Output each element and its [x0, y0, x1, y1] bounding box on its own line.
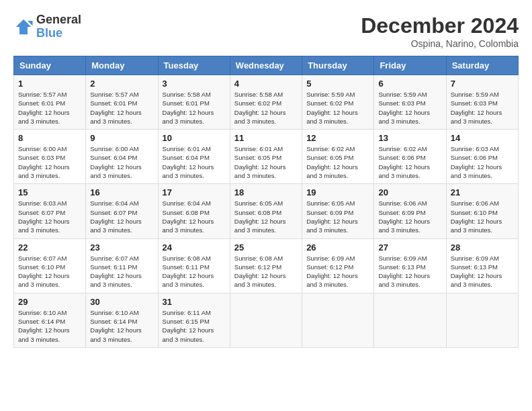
- main-title: December 2024: [361, 13, 519, 38]
- calendar-header: SundayMondayTuesdayWednesdayThursdayFrid…: [14, 56, 519, 75]
- day-cell: 1Sunrise: 5:57 AMSunset: 6:01 PMDaylight…: [14, 75, 86, 130]
- day-number: 16: [90, 187, 153, 197]
- header-cell-saturday: Saturday: [446, 56, 518, 75]
- day-info: Sunrise: 6:10 AMSunset: 6:14 PMDaylight:…: [90, 308, 153, 344]
- day-number: 12: [306, 133, 369, 143]
- day-info: Sunrise: 6:09 AMSunset: 6:13 PMDaylight:…: [451, 254, 514, 289]
- day-cell: 4Sunrise: 5:58 AMSunset: 6:02 PMDaylight…: [230, 75, 302, 130]
- day-info: Sunrise: 5:57 AMSunset: 6:01 PMDaylight:…: [90, 90, 153, 126]
- day-info: Sunrise: 6:07 AMSunset: 6:11 PMDaylight:…: [90, 254, 153, 289]
- day-cell: 3Sunrise: 5:58 AMSunset: 6:01 PMDaylight…: [158, 75, 230, 130]
- day-number: 14: [451, 133, 514, 143]
- day-number: 21: [451, 187, 514, 197]
- day-info: Sunrise: 6:09 AMSunset: 6:12 PMDaylight:…: [306, 254, 369, 289]
- day-cell: 19Sunrise: 6:05 AMSunset: 6:09 PMDayligh…: [302, 184, 374, 238]
- day-number: 29: [18, 297, 81, 307]
- header: General Blue December 2024 Ospina, Narin…: [13, 13, 519, 49]
- header-row: SundayMondayTuesdayWednesdayThursdayFrid…: [14, 56, 519, 75]
- day-number: 18: [234, 187, 298, 197]
- calendar-table: SundayMondayTuesdayWednesdayThursdayFrid…: [13, 56, 519, 348]
- day-cell: 31Sunrise: 6:11 AMSunset: 6:15 PMDayligh…: [158, 293, 230, 347]
- logo-icon: [13, 17, 34, 37]
- day-info: Sunrise: 6:06 AMSunset: 6:10 PMDaylight:…: [451, 199, 514, 234]
- day-info: Sunrise: 6:09 AMSunset: 6:13 PMDaylight:…: [378, 254, 441, 289]
- header-cell-monday: Monday: [86, 56, 158, 75]
- week-row-4: 22Sunrise: 6:07 AMSunset: 6:10 PMDayligh…: [14, 238, 519, 293]
- day-cell: 17Sunrise: 6:04 AMSunset: 6:08 PMDayligh…: [158, 184, 230, 238]
- week-row-1: 1Sunrise: 5:57 AMSunset: 6:01 PMDaylight…: [14, 75, 519, 130]
- day-info: Sunrise: 6:05 AMSunset: 6:08 PMDaylight:…: [234, 199, 298, 234]
- day-cell: 24Sunrise: 6:08 AMSunset: 6:11 PMDayligh…: [158, 238, 230, 293]
- day-cell: 22Sunrise: 6:07 AMSunset: 6:10 PMDayligh…: [14, 238, 86, 293]
- day-info: Sunrise: 6:05 AMSunset: 6:09 PMDaylight:…: [306, 199, 369, 234]
- calendar-body: 1Sunrise: 5:57 AMSunset: 6:01 PMDaylight…: [14, 75, 519, 348]
- day-number: 3: [163, 79, 226, 89]
- day-info: Sunrise: 6:04 AMSunset: 6:08 PMDaylight:…: [163, 199, 226, 234]
- day-number: 9: [90, 133, 153, 143]
- day-number: 20: [378, 187, 441, 197]
- day-info: Sunrise: 6:00 AMSunset: 6:04 PMDaylight:…: [90, 144, 153, 180]
- day-info: Sunrise: 6:10 AMSunset: 6:14 PMDaylight:…: [18, 308, 81, 344]
- day-info: Sunrise: 6:04 AMSunset: 6:07 PMDaylight:…: [90, 199, 153, 234]
- day-info: Sunrise: 6:02 AMSunset: 6:06 PMDaylight:…: [378, 144, 441, 180]
- day-cell: 20Sunrise: 6:06 AMSunset: 6:09 PMDayligh…: [374, 184, 446, 238]
- day-cell: 7Sunrise: 5:59 AMSunset: 6:03 PMDaylight…: [446, 75, 518, 130]
- day-number: 8: [18, 133, 81, 143]
- day-number: 25: [234, 242, 298, 253]
- day-number: 19: [306, 187, 369, 197]
- day-cell: 15Sunrise: 6:03 AMSunset: 6:07 PMDayligh…: [14, 184, 86, 238]
- day-cell: 10Sunrise: 6:01 AMSunset: 6:04 PMDayligh…: [158, 130, 230, 184]
- day-cell: 29Sunrise: 6:10 AMSunset: 6:14 PMDayligh…: [14, 293, 86, 347]
- day-cell: 16Sunrise: 6:04 AMSunset: 6:07 PMDayligh…: [86, 184, 158, 238]
- day-cell: 23Sunrise: 6:07 AMSunset: 6:11 PMDayligh…: [86, 238, 158, 293]
- day-info: Sunrise: 5:59 AMSunset: 6:02 PMDaylight:…: [306, 90, 369, 126]
- day-cell: 9Sunrise: 6:00 AMSunset: 6:04 PMDaylight…: [86, 130, 158, 184]
- day-info: Sunrise: 6:00 AMSunset: 6:03 PMDaylight:…: [18, 144, 81, 180]
- header-cell-wednesday: Wednesday: [230, 56, 302, 75]
- day-cell: 30Sunrise: 6:10 AMSunset: 6:14 PMDayligh…: [86, 293, 158, 347]
- day-number: 10: [163, 133, 226, 143]
- day-number: 22: [18, 242, 81, 253]
- day-number: 30: [90, 297, 153, 307]
- header-cell-friday: Friday: [374, 56, 446, 75]
- day-info: Sunrise: 5:57 AMSunset: 6:01 PMDaylight:…: [18, 90, 81, 126]
- day-cell: 26Sunrise: 6:09 AMSunset: 6:12 PMDayligh…: [302, 238, 374, 293]
- week-row-5: 29Sunrise: 6:10 AMSunset: 6:14 PMDayligh…: [14, 293, 519, 347]
- day-number: 2: [90, 79, 153, 89]
- day-cell: 6Sunrise: 5:59 AMSunset: 6:03 PMDaylight…: [374, 75, 446, 130]
- day-cell: 28Sunrise: 6:09 AMSunset: 6:13 PMDayligh…: [446, 238, 518, 293]
- day-number: 13: [378, 133, 441, 143]
- week-row-2: 8Sunrise: 6:00 AMSunset: 6:03 PMDaylight…: [14, 130, 519, 184]
- logo: General Blue: [13, 13, 81, 40]
- day-number: 11: [234, 133, 298, 143]
- week-row-3: 15Sunrise: 6:03 AMSunset: 6:07 PMDayligh…: [14, 184, 519, 238]
- header-cell-thursday: Thursday: [302, 56, 374, 75]
- day-info: Sunrise: 6:01 AMSunset: 6:05 PMDaylight:…: [234, 144, 298, 180]
- day-number: 24: [163, 242, 226, 253]
- day-info: Sunrise: 6:01 AMSunset: 6:04 PMDaylight:…: [163, 144, 226, 180]
- day-info: Sunrise: 6:02 AMSunset: 6:05 PMDaylight:…: [306, 144, 369, 180]
- day-number: 17: [163, 187, 226, 197]
- day-info: Sunrise: 6:03 AMSunset: 6:07 PMDaylight:…: [18, 199, 81, 234]
- day-info: Sunrise: 6:07 AMSunset: 6:10 PMDaylight:…: [18, 254, 81, 289]
- subtitle: Ospina, Narino, Colombia: [361, 38, 519, 49]
- day-number: 23: [90, 242, 153, 253]
- day-info: Sunrise: 5:58 AMSunset: 6:02 PMDaylight:…: [234, 90, 298, 126]
- title-area: December 2024 Ospina, Narino, Colombia: [361, 13, 519, 49]
- day-info: Sunrise: 5:59 AMSunset: 6:03 PMDaylight:…: [451, 90, 514, 126]
- logo-text: General Blue: [36, 13, 81, 40]
- day-cell: 5Sunrise: 5:59 AMSunset: 6:02 PMDaylight…: [302, 75, 374, 130]
- day-info: Sunrise: 6:11 AMSunset: 6:15 PMDaylight:…: [163, 308, 226, 344]
- day-info: Sunrise: 6:08 AMSunset: 6:11 PMDaylight:…: [163, 254, 226, 289]
- day-cell: 27Sunrise: 6:09 AMSunset: 6:13 PMDayligh…: [374, 238, 446, 293]
- header-cell-tuesday: Tuesday: [158, 56, 230, 75]
- day-info: Sunrise: 5:59 AMSunset: 6:03 PMDaylight:…: [378, 90, 441, 126]
- day-info: Sunrise: 6:08 AMSunset: 6:12 PMDaylight:…: [234, 254, 298, 289]
- day-cell: 25Sunrise: 6:08 AMSunset: 6:12 PMDayligh…: [230, 238, 302, 293]
- day-cell: 14Sunrise: 6:03 AMSunset: 6:06 PMDayligh…: [446, 130, 518, 184]
- day-cell: 13Sunrise: 6:02 AMSunset: 6:06 PMDayligh…: [374, 130, 446, 184]
- header-cell-sunday: Sunday: [14, 56, 86, 75]
- day-cell: 18Sunrise: 6:05 AMSunset: 6:08 PMDayligh…: [230, 184, 302, 238]
- day-number: 4: [234, 79, 298, 89]
- day-info: Sunrise: 6:03 AMSunset: 6:06 PMDaylight:…: [451, 144, 514, 180]
